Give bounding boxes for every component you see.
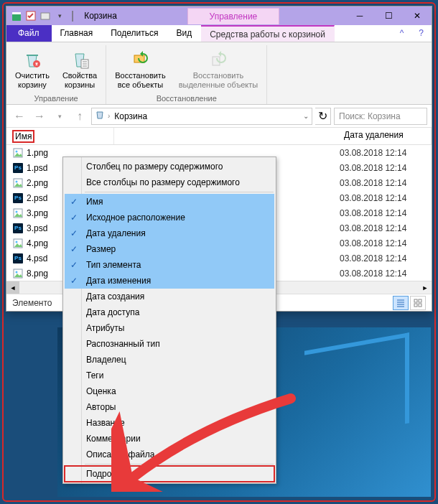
menu-column-toggle[interactable]: Комментарии (65, 431, 274, 447)
menu-column-toggle[interactable]: ✓Дата изменения (65, 273, 274, 289)
tab-file[interactable]: Файл (6, 25, 52, 42)
details-view-button[interactable] (393, 296, 409, 310)
minimize-button[interactable]: ─ (345, 6, 374, 25)
psd-file-icon: Ps (12, 162, 24, 174)
svg-point-17 (16, 271, 18, 273)
menu-column-toggle[interactable]: Название (65, 415, 274, 431)
qat-dropdown-icon[interactable]: ▾ (54, 10, 65, 22)
tab-share[interactable]: Поделиться (102, 25, 167, 42)
ribbon-group-manage: Управление (34, 91, 78, 104)
svg-point-11 (16, 180, 18, 182)
menu-size-column[interactable]: Столбец по размеру содержимого (65, 159, 274, 174)
recycle-bin-icon (95, 110, 105, 122)
svg-point-9 (16, 150, 18, 152)
png-file-icon (12, 147, 24, 159)
check-icon: ✓ (70, 213, 78, 223)
tab-home[interactable]: Главная (52, 25, 103, 42)
png-file-icon (12, 207, 24, 219)
file-date: 03.08.2018 12:14 (340, 238, 426, 248)
file-date: 03.08.2018 12:14 (340, 193, 426, 203)
refresh-button[interactable]: ↻ (315, 108, 331, 125)
address-bar: ← → ▾ ↑ › Корзина ⌄ ↻ Поиск: Корзина (6, 105, 432, 128)
tab-recycle-tools[interactable]: Средства работы с корзиной (201, 25, 335, 42)
titlebar: ▾ | Корзина Управление ─ ☐ ✕ (6, 6, 432, 25)
psd-file-icon: Ps (12, 192, 24, 204)
menu-more[interactable]: Подробнее… (65, 466, 274, 482)
file-date: 03.08.2018 12:14 (340, 163, 426, 173)
svg-rect-3 (41, 13, 50, 19)
menu-column-toggle[interactable]: ✓Исходное расположение (65, 210, 274, 225)
file-date: 03.08.2018 12:14 (340, 269, 426, 279)
close-button[interactable]: ✕ (403, 6, 432, 25)
ribbon-tabs: Файл Главная Поделиться Вид Средства раб… (6, 25, 432, 42)
svg-rect-20 (414, 304, 417, 307)
maximize-button[interactable]: ☐ (374, 6, 403, 25)
menu-column-toggle[interactable]: ✓Тип элемента (65, 257, 274, 273)
forward-button[interactable]: → (31, 108, 48, 125)
qat-new-folder-icon[interactable] (39, 10, 51, 22)
check-icon: ✓ (70, 260, 78, 270)
menu-column-toggle[interactable]: Дата доступа (65, 304, 274, 320)
recycle-props-button[interactable]: Свойства корзины (60, 47, 100, 91)
address-dropdown-icon[interactable]: ⌄ (303, 112, 309, 120)
menu-column-toggle[interactable]: ✓Размер (65, 241, 274, 257)
check-icon: ✓ (70, 276, 78, 286)
column-headers: Имя Дата удаления (6, 128, 432, 145)
restore-selected-icon (207, 48, 230, 71)
column-header-name[interactable]: Имя (6, 128, 114, 144)
breadcrumb-item[interactable]: Корзина (113, 111, 149, 121)
scroll-left-button[interactable]: ◄ (6, 281, 19, 294)
file-date: 03.08.2018 12:14 (340, 178, 426, 188)
app-icon (11, 10, 22, 22)
svg-rect-19 (419, 299, 421, 302)
status-item-count: Элементо (12, 298, 52, 308)
window-title: Корзина (80, 11, 117, 21)
psd-file-icon: Ps (12, 223, 24, 234)
svg-point-15 (16, 241, 18, 243)
png-file-icon (12, 177, 24, 189)
restore-all-button[interactable]: Восстановить все объекты (112, 47, 168, 91)
scroll-right-button[interactable]: ► (419, 281, 432, 294)
menu-column-toggle[interactable]: Распознанный тип (65, 336, 274, 352)
menu-column-toggle[interactable]: ✓Дата удаления (65, 225, 274, 241)
menu-column-toggle[interactable]: Владелец (65, 352, 274, 368)
recent-button[interactable]: ▾ (51, 108, 68, 125)
menu-column-toggle[interactable]: Оценка (65, 383, 274, 399)
up-button[interactable]: ↑ (71, 108, 88, 125)
contextual-tab-header: Управление (187, 8, 280, 24)
check-icon: ✓ (70, 228, 78, 238)
menu-column-toggle[interactable]: Теги (65, 368, 274, 383)
empty-recycle-button[interactable]: Очистить корзину (12, 47, 52, 91)
menu-column-toggle[interactable]: ✓Имя (65, 194, 274, 210)
restore-all-icon (129, 48, 152, 71)
restore-selected-button[interactable]: Восстановить выделенные объекты (176, 47, 261, 91)
column-context-menu: Столбец по размеру содержимого Все столб… (62, 157, 276, 484)
psd-file-icon: Ps (12, 253, 24, 264)
icons-view-button[interactable] (410, 296, 426, 310)
menu-column-toggle[interactable]: Описание файла (65, 447, 274, 462)
svg-rect-21 (419, 304, 421, 307)
png-file-icon (12, 238, 24, 249)
help-button[interactable]: ? (411, 25, 432, 42)
file-date: 03.08.2018 12:14 (340, 223, 426, 233)
column-header-deleted[interactable]: Дата удаления (338, 128, 432, 144)
tab-view[interactable]: Вид (167, 25, 201, 42)
chevron-right-icon: › (108, 112, 110, 120)
svg-rect-18 (414, 299, 417, 302)
breadcrumb[interactable]: › Корзина ⌄ (91, 108, 312, 125)
check-icon: ✓ (70, 244, 78, 254)
svg-rect-1 (12, 12, 21, 14)
recycle-props-icon (68, 48, 91, 71)
ribbon: Очистить корзину Свойства корзины Управл… (6, 42, 432, 105)
qat-props-icon[interactable] (25, 10, 37, 22)
menu-column-toggle[interactable]: Дата создания (65, 289, 274, 304)
file-date: 03.08.2018 12:14 (340, 148, 426, 158)
menu-size-all-columns[interactable]: Все столбцы по размеру содержимого (65, 174, 274, 190)
menu-column-toggle[interactable]: Атрибуты (65, 320, 274, 336)
ribbon-collapse-button[interactable]: ^ (393, 25, 412, 42)
search-input[interactable]: Поиск: Корзина (334, 108, 427, 125)
menu-column-toggle[interactable]: Авторы (65, 399, 274, 415)
file-date: 03.08.2018 12:14 (340, 253, 426, 263)
ribbon-group-restore: Восстановление (157, 91, 217, 104)
back-button[interactable]: ← (11, 108, 28, 125)
